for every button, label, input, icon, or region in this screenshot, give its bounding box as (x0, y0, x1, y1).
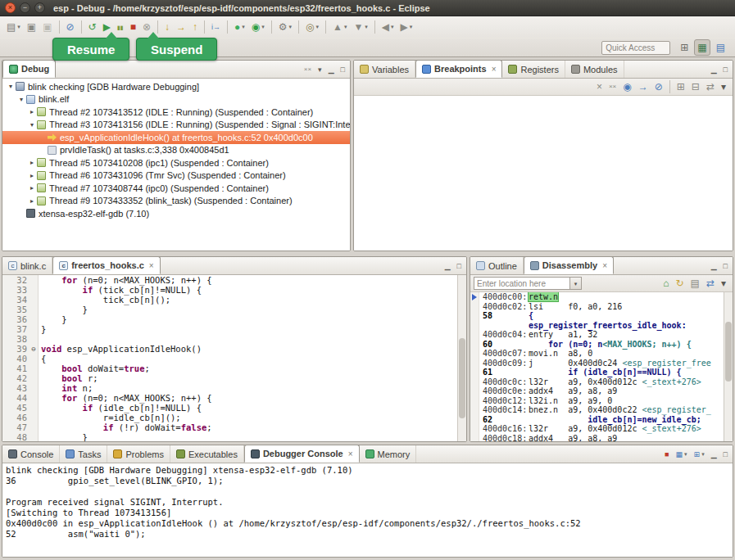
console-tab-executables[interactable]: Executables (170, 445, 244, 463)
minimize-view-button[interactable]: ▁ (710, 63, 719, 76)
instruction-stepping-button[interactable]: i→ (209, 19, 223, 35)
remove-all-breakpoints-button[interactable]: ×× (606, 79, 619, 95)
console-output[interactable]: blink checking [GDB Hardware Debugging] … (2, 463, 733, 557)
debug-view-menu-button[interactable]: ▾ (316, 63, 324, 76)
disassembly-listing[interactable]: 400d0c00:retw.n400d0c02:lsi f0, a0, 2165… (470, 292, 724, 441)
collapse-arrow-icon[interactable]: ▾ (6, 83, 16, 90)
minimize-view-button[interactable]: ▁ (710, 448, 719, 461)
debug-tree-item[interactable]: ▸Thread #6 1073431096 (Tmr Svc) (Suspend… (2, 169, 350, 183)
editor-body[interactable]: 32 for (n=0; n<MAX_HOOKS; n++) {33 if (t… (2, 275, 466, 441)
close-tab-icon[interactable]: × (348, 449, 353, 458)
window-maximize-button[interactable]: + (34, 2, 45, 13)
disassembly-view-menu-button[interactable]: ▾ (719, 275, 728, 291)
location-dropdown-icon[interactable]: ▾ (570, 277, 582, 290)
expand-arrow-icon[interactable]: ▸ (27, 197, 37, 205)
expand-all-button[interactable]: ⊞ (674, 79, 687, 95)
collapse-arrow-icon[interactable]: ▾ (27, 121, 37, 129)
disassembly-scrollbar-thumb[interactable] (725, 322, 732, 382)
debug-tree-item[interactable]: ▾blink.elf (2, 93, 350, 106)
remove-all-terminated-button[interactable]: ×× (302, 63, 313, 76)
maximize-view-button[interactable]: □ (339, 63, 347, 76)
collapse-arrow-icon[interactable]: ▾ (16, 96, 26, 103)
disassembly-body[interactable]: 400d0c00:retw.n400d0c02:lsi f0, a0, 2165… (470, 292, 733, 441)
editor-tab-freertos-hooks-c[interactable]: freertos_hooks.c× (52, 256, 161, 274)
close-tab-icon[interactable]: × (492, 65, 497, 74)
restart-button[interactable]: ↺ (86, 19, 99, 35)
maximize-view-button[interactable]: □ (722, 260, 729, 273)
previous-annotation-button[interactable]: ▲▾ (330, 19, 349, 35)
right-tab-modules[interactable]: Modules (565, 61, 624, 78)
editor-tab-blink-c[interactable]: blink.c (2, 257, 52, 274)
location-input[interactable] (474, 277, 570, 290)
breakpoints-view-body[interactable] (354, 96, 733, 251)
link-with-debug-view-button[interactable]: ⇄ (704, 79, 717, 95)
console-tab-tasks[interactable]: Tasks (60, 445, 107, 463)
skip-all-breakpoints-button[interactable]: ⊘ (652, 79, 665, 95)
show-breakpoints-supported-button[interactable]: ◉ (620, 79, 633, 95)
disasm-tab-outline[interactable]: Outline (470, 257, 524, 274)
debug-tree-item[interactable]: esp_vApplicationIdleHook() at freertos_h… (2, 131, 350, 144)
debug-tree-item[interactable]: ▸Thread #7 1073408744 (ipc0) (Suspended … (2, 182, 350, 195)
open-console-button[interactable]: ⊞▾ (692, 448, 706, 461)
step-return-button[interactable]: ↑ (190, 19, 200, 35)
skip-all-breakpoints-button[interactable]: ⊘ (64, 19, 77, 35)
save-button[interactable]: ▣ (25, 19, 39, 35)
quick-access-input[interactable] (601, 41, 670, 55)
console-tab-problems[interactable]: Problems (107, 445, 170, 463)
minimize-view-button[interactable]: ▁ (443, 260, 452, 273)
go-to-file-for-breakpoint-button[interactable]: → (636, 79, 651, 95)
debug-tab-debug[interactable]: Debug (2, 60, 56, 78)
minimize-view-button[interactable]: ▁ (327, 63, 336, 76)
console-body[interactable]: blink checking [GDB Hardware Debugging] … (2, 463, 733, 557)
maximize-view-button[interactable]: □ (456, 260, 463, 273)
debug-tree-item[interactable]: ▾Thread #3 1073413156 (IDLE : Running) (… (2, 119, 350, 132)
search-button[interactable]: ◎▾ (303, 19, 321, 35)
forward-button[interactable]: ▶▾ (398, 19, 415, 35)
console-tab-memory[interactable]: Memory (360, 445, 417, 463)
step-over-button[interactable]: → (174, 19, 188, 35)
editor-scrollbar-thumb[interactable] (459, 338, 465, 418)
debug-tree-item[interactable]: ▸Thread #2 1073413512 (IDLE : Running) (… (2, 106, 350, 119)
expand-arrow-icon[interactable]: ▸ (27, 184, 37, 192)
remove-selected-breakpoints-button[interactable]: × (594, 79, 605, 95)
close-tab-icon[interactable]: × (149, 261, 154, 270)
maximize-view-button[interactable]: □ (722, 448, 729, 461)
refresh-view-button[interactable]: ↻ (674, 275, 687, 291)
expand-arrow-icon[interactable]: ▸ (27, 159, 37, 166)
display-selected-console-button[interactable]: ▦▾ (674, 448, 689, 461)
close-tab-icon[interactable]: × (602, 261, 607, 270)
console-tab-console[interactable]: Console (2, 445, 60, 463)
go-to-pc-button[interactable]: ⌂ (660, 275, 671, 291)
cpp-perspective-button[interactable]: ▤ (714, 39, 728, 56)
maximize-view-button[interactable]: □ (722, 63, 729, 76)
expand-arrow-icon[interactable]: ▸ (27, 172, 37, 179)
disassembly-scrollbar[interactable] (724, 292, 733, 441)
external-tools-button[interactable]: ⚙▾ (276, 19, 294, 35)
debug-tree-item[interactable]: ▸Thread #5 1073410208 (ipc1) (Suspended … (2, 156, 350, 169)
code-editor[interactable]: 32 for (n=0; n<MAX_HOOKS; n++) {33 if (t… (2, 275, 457, 441)
console-tab-debugger-console[interactable]: Debugger Console× (244, 445, 360, 463)
debug-tree-item[interactable]: ▾blink checking [GDB Hardware Debugging] (2, 80, 350, 93)
sync-with-active-context-button[interactable]: ⇄ (704, 275, 717, 291)
save-all-button[interactable]: ▣ (40, 19, 54, 35)
breakpoints-view-menu-button[interactable]: ▾ (719, 79, 728, 95)
collapse-all-button[interactable]: ⊟ (689, 79, 702, 95)
terminate-console-button[interactable]: ■ (663, 448, 670, 461)
debug-tree-item[interactable]: prvIdleTask() at tasks.c:3,338 0x400845d… (2, 144, 350, 157)
run-button[interactable]: ◉▾ (249, 19, 267, 35)
window-close-button[interactable]: × (5, 2, 16, 13)
new-wizard-button[interactable]: ▤▾ (4, 19, 23, 35)
disasm-tab-disassembly[interactable]: Disassembly× (524, 256, 614, 274)
fold-minus-icon[interactable]: ⊖ (29, 344, 39, 354)
back-button[interactable]: ◀▾ (379, 19, 397, 35)
window-minimize-button[interactable]: − (20, 2, 30, 13)
terminate-button[interactable]: ■ (128, 19, 138, 35)
editor-scrollbar[interactable] (457, 275, 466, 441)
minimize-view-button[interactable]: ▁ (710, 260, 719, 273)
open-perspective-button[interactable]: ⊞ (678, 39, 691, 56)
right-tab-breakpoints[interactable]: Breakpoints× (415, 60, 502, 78)
right-tab-registers[interactable]: Registers (502, 61, 565, 78)
debug-tree-item[interactable]: xtensa-esp32-elf-gdb (7.10) (2, 207, 350, 220)
show-source-button[interactable]: ▤ (688, 275, 702, 291)
right-tab-variables[interactable]: Variables (354, 61, 415, 78)
